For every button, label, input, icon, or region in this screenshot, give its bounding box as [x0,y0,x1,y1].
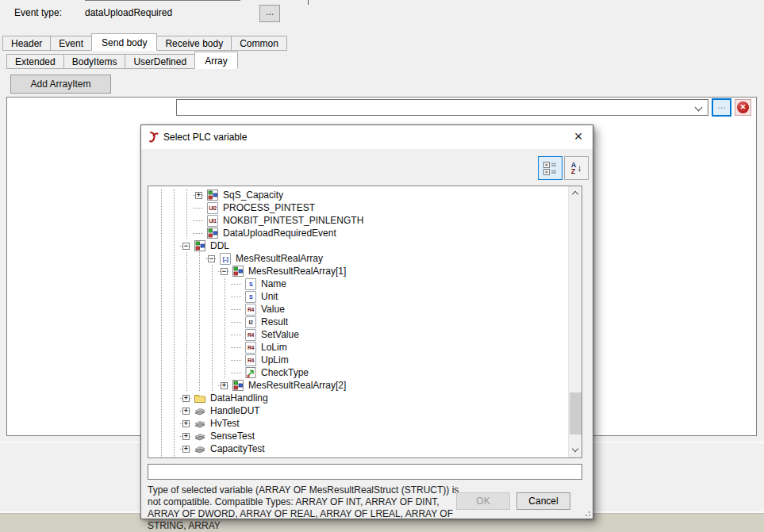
tree-node-label[interactable]: CapacityTest [207,443,265,454]
tree-node-label[interactable]: MesResultRealArray[1] [245,266,346,277]
int2-icon: I2 [244,316,258,328]
tree-node-name[interactable]: SName [148,277,286,290]
tree-guide-line [205,366,218,379]
tab-receive-body[interactable]: Receive body [156,36,232,51]
add-arrayitem-button[interactable]: Add ArrayItem [10,75,111,94]
tree-node-sqs-capacity[interactable]: +SqS_Capacity [148,189,283,201]
tree-node-label[interactable]: PROCESS_PINTEST [220,202,315,213]
tree-node-handledut[interactable]: +HandleDUT [148,404,260,417]
variable-path-input[interactable] [148,464,582,480]
tab-send-body[interactable]: Send body [91,33,157,51]
collapse-icon[interactable]: − [180,239,193,252]
tree-node-mesresultrealarray-1-[interactable]: −MesResultRealArray[1] [148,265,346,277]
array-variable-combobox-input[interactable] [179,101,689,114]
tree-node-label[interactable]: Name [258,278,286,289]
chevron-down-icon[interactable] [696,105,702,111]
tree-node-capacitytest[interactable]: +CapacityTest [148,442,265,455]
tree-scrollbar[interactable] [568,186,582,457]
tree-node-label[interactable]: SqS_Capacity [220,189,283,201]
tree-node-ddl[interactable]: −DDL [148,239,229,252]
tree-node-label[interactable]: Unit [258,291,278,302]
tree-node-pinlength[interactable]: +Pinlength [148,455,250,457]
close-icon[interactable]: × [564,125,593,149]
array-variable-browse-button[interactable]: ... [712,98,731,117]
tree-node-label[interactable]: MesResultRealArray [232,253,323,264]
expand-icon[interactable]: + [218,379,231,392]
tree-node-lolim[interactable]: R4LoLim [148,341,287,354]
expand-icon[interactable]: + [180,455,193,457]
tree-node-label[interactable]: MesResultRealArray[2] [245,380,346,391]
tree-node-label[interactable]: HvTest [207,418,240,429]
tree-node-label[interactable]: DataUploadRequiredEvent [220,228,336,239]
scroll-up-icon[interactable] [569,186,582,200]
dialog-title: Select PLC variable [163,132,247,143]
expand-icon[interactable]: + [180,392,193,404]
cancel-button[interactable]: Cancel [516,492,570,510]
ok-button[interactable]: OK [456,492,510,510]
tree-node-label[interactable]: Value [258,304,285,315]
tree-node-hvtest[interactable]: +HvTest [148,417,240,430]
tree-connector [193,227,205,239]
tree-node-label[interactable]: SetValue [258,329,299,340]
expand-icon[interactable]: + [180,442,193,455]
tree-node-sensetest[interactable]: +SenseTest [148,430,255,442]
tree-node-label[interactable]: DDL [207,240,229,251]
tab-common[interactable]: Common [231,36,287,51]
tree-node-label[interactable]: CheckType [258,367,309,378]
tree-node-label[interactable]: DataHandling [207,392,268,404]
tree-node-datauploadrequiredevent[interactable]: DataUploadRequiredEvent [148,227,336,239]
tree-node-value[interactable]: R4Value [148,303,285,316]
tree-node-unit[interactable]: SUnit [148,290,278,303]
array-variable-combobox[interactable] [176,99,708,116]
expand-icon[interactable]: + [180,417,193,430]
tree-node-label[interactable]: UpLim [258,354,289,366]
tree-guide-line [218,277,231,290]
tree-guide-line [155,404,167,417]
tree-guide-line [180,328,193,341]
collapse-icon[interactable]: − [205,252,218,265]
tree-view-toggle-button[interactable] [538,156,562,180]
tab-event[interactable]: Event [50,36,92,51]
tree-node-label[interactable]: HandleDUT [207,405,260,416]
tree-node-mesresultrealarray-2-[interactable]: +MesResultRealArray[2] [148,379,346,392]
tree-node-process-pintest[interactable]: UI2PROCESS_PINTEST [148,201,315,214]
tree-node-datahandling[interactable]: +DataHandling [148,392,268,404]
tree-guide-line [218,303,231,316]
expand-icon[interactable]: + [193,189,205,201]
tree-guide-line [180,252,193,265]
tab-userdefined[interactable]: UserDefined [125,54,195,69]
tab-extended[interactable]: Extended [6,54,64,69]
tree-node-label[interactable]: LoLim [258,342,287,353]
tree-node-uplim[interactable]: R4UpLim [148,354,289,366]
tab-bodyitems[interactable]: BodyItems [63,54,126,69]
expand-icon[interactable]: + [180,430,193,442]
tree-guide-line [155,455,167,457]
tree-node-label[interactable]: Pinlength [207,456,250,457]
event-type-browse-button[interactable]: ... [259,5,280,22]
tree-guide-line [155,379,167,392]
delete-arrayitem-button[interactable]: ✕ [735,99,751,116]
expand-icon[interactable]: + [180,404,193,417]
tree-node-checktype[interactable]: CheckType [148,366,309,379]
tree-guide-line [167,366,180,379]
tree-node-label[interactable]: Result [258,316,288,327]
dialog-titlebar[interactable]: Select PLC variable × [141,125,593,149]
resize-grip[interactable] [583,509,591,517]
tree-guide-line [167,252,180,265]
tree-node-nokbit-pintest-pinlength[interactable]: UI1NOKBIT_PINTEST_PINLENGTH [148,214,363,227]
scrollbar-thumb[interactable] [570,392,582,434]
tree-connector [231,303,244,316]
tab-array[interactable]: Array [194,52,238,69]
tree-node-setvalue[interactable]: R4SetValue [148,328,299,341]
tree-node-mesresultrealarray[interactable]: −[..]MesResultRealArray [148,252,323,265]
tab-header[interactable]: Header [2,36,51,51]
tree-node-result[interactable]: I2Result [148,316,288,328]
tree-node-label[interactable]: SenseTest [207,431,255,442]
tree-node-label[interactable]: NOKBIT_PINTEST_PINLENGTH [220,215,363,226]
real4-icon: R4 [244,354,258,366]
collapse-icon[interactable]: − [218,265,231,277]
tree-connector [231,341,244,354]
tree-connector [231,354,244,366]
sort-az-button[interactable]: A Z ↓ [564,156,589,180]
scroll-down-icon[interactable] [569,444,582,457]
